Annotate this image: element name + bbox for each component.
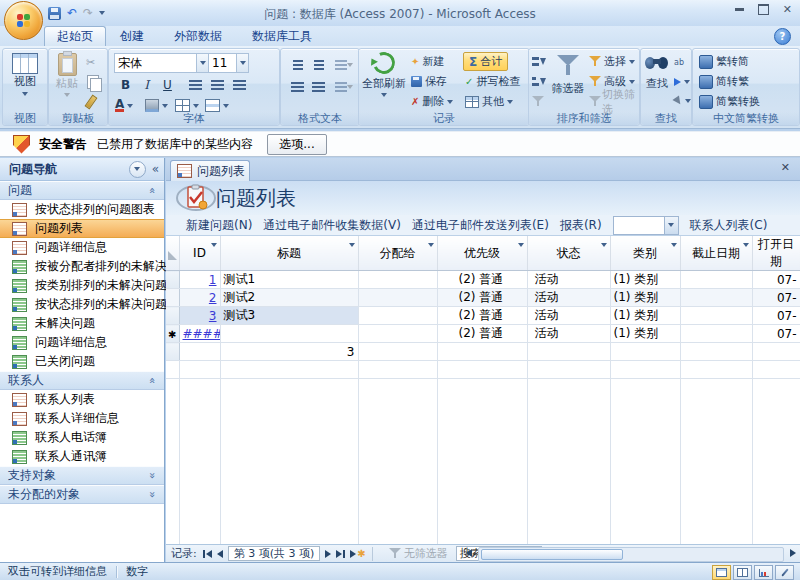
id-link[interactable]: 3	[209, 309, 217, 323]
numbering-button[interactable]	[308, 77, 329, 96]
column-header-id[interactable]: ID	[179, 236, 220, 271]
record-selector[interactable]	[166, 307, 179, 325]
save-record-button[interactable]: 保存	[411, 73, 447, 90]
cell-status[interactable]: 活动	[527, 325, 610, 343]
nav-item-contact-phone-book[interactable]: 联系人电话簿	[0, 428, 164, 447]
chevron-down-icon[interactable]	[236, 54, 248, 72]
nav-item-contact-list[interactable]: 联系人列表	[0, 390, 164, 409]
cell-category[interactable]: (1) 类别	[610, 271, 680, 289]
sort-descending-button[interactable]	[532, 73, 546, 90]
qat-customize-icon[interactable]	[99, 11, 105, 15]
nav-item-open-issues[interactable]: 未解决问题	[0, 314, 164, 333]
totals-cell[interactable]	[752, 343, 800, 361]
chevron-down-icon[interactable]	[601, 243, 607, 247]
cell-id[interactable]: ####	[179, 325, 220, 343]
totals-cell[interactable]	[610, 343, 680, 361]
chevron-down-icon[interactable]	[211, 243, 217, 247]
totals-cell[interactable]	[437, 343, 527, 361]
simp-to-trad-button[interactable]: 简转繁	[699, 73, 749, 90]
nav-item-open-by-category[interactable]: 按类别排列的未解决问题	[0, 276, 164, 295]
cell-category[interactable]: (1) 类别	[610, 307, 680, 325]
cell-assigned[interactable]	[358, 289, 437, 307]
totals-cell-title[interactable]: 3	[220, 343, 358, 361]
delete-record-button[interactable]: ✗ 删除	[411, 93, 453, 110]
totals-cell[interactable]	[358, 343, 437, 361]
spelling-button[interactable]: ✓ 拼写检查	[465, 73, 520, 90]
scrollbar-thumb[interactable]	[481, 549, 623, 560]
previous-record-icon[interactable]	[217, 550, 223, 558]
bullets-button[interactable]	[287, 77, 308, 96]
scroll-left-icon[interactable]	[466, 549, 472, 557]
new-record-selector[interactable]: ✱	[166, 325, 179, 343]
maximize-icon[interactable]	[758, 4, 769, 15]
font-size-combo[interactable]: 11	[208, 53, 249, 73]
last-record-button[interactable]	[336, 550, 345, 558]
cell-assigned[interactable]	[358, 307, 437, 325]
collect-data-via-email-link[interactable]: 通过电子邮件收集数据(V)	[263, 217, 401, 234]
help-icon[interactable]: ?	[774, 28, 791, 45]
record-selector[interactable]	[166, 289, 179, 307]
cell-due[interactable]	[680, 325, 752, 343]
column-header-assigned-to[interactable]: 分配给	[358, 236, 437, 271]
id-link[interactable]: 2	[209, 291, 217, 305]
column-header-due-date[interactable]: 截止日期	[680, 236, 752, 271]
cell-id[interactable]: 3	[179, 307, 220, 325]
bold-button[interactable]: B	[115, 75, 136, 94]
nav-item-open-by-assignee[interactable]: 按被分配者排列的未解决问题	[0, 257, 164, 276]
undo-icon[interactable]: ↶	[67, 7, 77, 19]
nav-item-issue-list[interactable]: 问题列表	[0, 219, 164, 238]
column-header-priority[interactable]: 优先级	[437, 236, 527, 271]
tab-database-tools[interactable]: 数据库工具	[240, 27, 324, 46]
shutter-bar-close-icon[interactable]: «	[152, 162, 159, 176]
cell-priority[interactable]: (2) 普通	[437, 307, 527, 325]
cell-id[interactable]: 1	[179, 271, 220, 289]
column-header-title[interactable]: 标题	[220, 236, 358, 271]
sort-ascending-button[interactable]	[532, 53, 546, 70]
italic-button[interactable]: I	[136, 75, 157, 94]
totals-button[interactable]: Σ 合计	[463, 52, 508, 71]
refresh-all-button[interactable]: 全部刷新	[361, 52, 407, 97]
cell-opened[interactable]: 07-	[752, 325, 800, 343]
nav-item-open-by-status[interactable]: 按状态排列的未解决问题	[0, 295, 164, 314]
cell-due[interactable]	[680, 307, 752, 325]
close-document-icon[interactable]: ✕	[781, 161, 790, 174]
cell-assigned[interactable]	[358, 325, 437, 343]
cell-status[interactable]: 活动	[527, 271, 610, 289]
cell-priority[interactable]: (2) 普通	[437, 289, 527, 307]
trad-to-simp-button[interactable]: 繁转简	[699, 53, 749, 70]
cell-assigned[interactable]	[358, 271, 437, 289]
record-selector[interactable]	[166, 271, 179, 289]
chevron-down-icon[interactable]	[664, 217, 678, 234]
contact-list-link[interactable]: 联系人列表(C)	[690, 217, 768, 234]
scrollbar-track[interactable]	[478, 547, 784, 562]
totals-cell[interactable]	[680, 343, 752, 361]
replace-button[interactable]: ab	[674, 54, 684, 71]
cell-priority[interactable]: (2) 普通	[437, 325, 527, 343]
cell-title[interactable]: 测试1	[220, 271, 358, 289]
cell-status[interactable]: 活动	[527, 289, 610, 307]
nav-item-contact-details[interactable]: 联系人详细信息	[0, 409, 164, 428]
more-records-button[interactable]: 其他	[465, 93, 513, 110]
nav-item-issue-details[interactable]: 问题详细信息	[0, 238, 164, 257]
chevron-down-icon[interactable]	[196, 54, 208, 72]
chevron-down-icon[interactable]	[349, 243, 355, 247]
nav-pane-header[interactable]: 问题导航 «	[0, 158, 164, 181]
align-left-button[interactable]	[185, 75, 206, 94]
cell-due[interactable]	[680, 289, 752, 307]
nav-section-issues[interactable]: 问题 «	[0, 181, 164, 200]
find-button[interactable]: 查找	[642, 55, 672, 91]
align-center-button[interactable]	[207, 75, 228, 94]
chevron-down-icon[interactable]	[428, 243, 434, 247]
nav-section-unassigned-objects[interactable]: 未分配的对象 »	[0, 485, 164, 504]
nav-item-issue-details-report[interactable]: 问题详细信息	[0, 333, 164, 352]
select-all-corner[interactable]	[166, 236, 179, 271]
column-header-status[interactable]: 状态	[527, 236, 610, 271]
options-button[interactable]: 选项...	[267, 134, 327, 155]
pivotchart-view-button[interactable]	[754, 565, 773, 580]
column-header-category[interactable]: 类别	[610, 236, 680, 271]
goto-button[interactable]	[674, 73, 690, 90]
selection-filter-button[interactable]: 选择	[589, 53, 635, 70]
format-painter-button[interactable]	[88, 93, 94, 110]
underline-button[interactable]: U	[157, 75, 178, 94]
nav-item-issues-chart-by-status[interactable]: 按状态排列的问题图表	[0, 200, 164, 219]
